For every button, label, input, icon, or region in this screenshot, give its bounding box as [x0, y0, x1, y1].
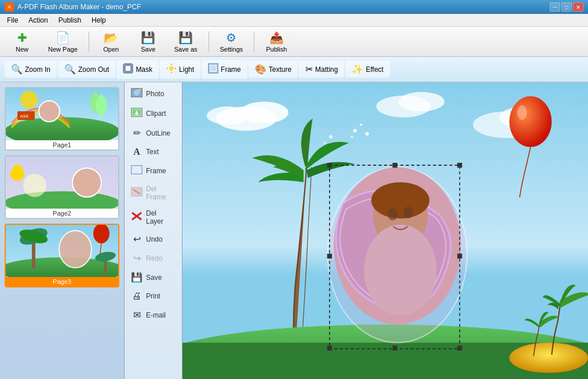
menu-help[interactable]: Help	[87, 15, 111, 25]
svg-rect-40	[133, 167, 140, 173]
page2-label: Page2	[6, 209, 118, 218]
menu-action[interactable]: Action	[24, 15, 52, 25]
redo-icon: ↪	[131, 253, 143, 264]
svg-point-64	[509, 342, 588, 373]
menu-file[interactable]: File	[2, 15, 23, 25]
toolbar-sep1	[89, 31, 89, 52]
frame-tool[interactable]: Frame	[127, 162, 180, 180]
canvas-area[interactable]	[182, 82, 588, 379]
undo-icon: ↩	[131, 234, 143, 245]
publish-button[interactable]: 📤 Publish	[259, 28, 294, 56]
settings-button[interactable]: ⚙ Settings	[214, 28, 250, 56]
svg-point-20	[72, 168, 101, 197]
print-tool[interactable]: 🖨 Print	[127, 287, 180, 305]
effect-tab[interactable]: ✨ Effect	[345, 61, 389, 78]
svg-point-55	[360, 123, 362, 126]
title-bar: A A-PDF Flash Album Maker - demo_PCF ─ □…	[0, 0, 588, 14]
svg-point-58	[323, 141, 326, 144]
svg-rect-75	[457, 163, 462, 167]
del-layer-icon	[131, 212, 143, 223]
canvas-background	[182, 82, 588, 379]
page1-label: Page1	[6, 140, 118, 150]
app-title: A-PDF Flash Album Maker - demo_PCF	[17, 3, 141, 11]
minimize-button[interactable]: ─	[550, 2, 560, 12]
matting-icon: ✂	[305, 64, 313, 75]
print-icon: 🖨	[131, 291, 143, 301]
svg-point-18	[23, 174, 46, 197]
effect-icon: ✨	[352, 64, 363, 75]
svg-point-69	[371, 182, 429, 218]
tool-tabs-bar: 🔍 Zoom In 🔍 Zoom Out Mask Light Frame 🎨 …	[0, 57, 588, 82]
zoom-in-icon: 🔍	[11, 64, 23, 75]
svg-point-60	[509, 96, 552, 147]
svg-rect-74	[393, 163, 397, 167]
close-button[interactable]: ✕	[573, 2, 583, 12]
svg-point-35	[138, 89, 141, 91]
texture-icon: 🎨	[255, 64, 266, 75]
save-tool[interactable]: 💾 Save	[127, 268, 180, 286]
del-frame-tool: Del Frame	[127, 181, 180, 205]
maximize-button[interactable]: □	[561, 2, 572, 12]
svg-point-2	[169, 66, 174, 71]
frame-tab[interactable]: Frame	[202, 60, 247, 79]
zoom-out-tab[interactable]: 🔍 Zoom Out	[58, 61, 115, 78]
pages-sidebar: ASA Page1	[0, 82, 125, 379]
mask-tab[interactable]: Mask	[116, 60, 159, 79]
del-layer-tool[interactable]: Del Layer	[127, 206, 180, 229]
texture-tab[interactable]: 🎨 Texture	[249, 61, 298, 78]
photo-tool[interactable]: Photo	[127, 85, 180, 103]
menu-bar: File Action Publish Help	[0, 14, 588, 27]
svg-point-61	[517, 105, 527, 120]
matting-tab[interactable]: ✂ Matting	[299, 61, 344, 78]
save-icon-tool: 💾	[131, 272, 143, 283]
clipart-icon	[131, 108, 143, 119]
save-as-button[interactable]: 💾 Save as	[168, 28, 204, 56]
svg-point-57	[350, 136, 353, 138]
zoom-out-icon: 🔍	[64, 64, 76, 75]
svg-point-68	[364, 225, 436, 316]
svg-rect-73	[327, 163, 332, 167]
svg-rect-80	[457, 346, 462, 351]
frame-icon-tool	[131, 165, 143, 177]
zoom-in-tab[interactable]: 🔍 Zoom In	[5, 61, 57, 78]
mask-icon	[123, 63, 133, 76]
new-button[interactable]: ✚ New	[5, 28, 39, 56]
svg-point-51	[399, 92, 444, 111]
new-page-button[interactable]: 📄 New Page	[42, 28, 84, 56]
menu-publish[interactable]: Publish	[54, 15, 86, 25]
light-tab[interactable]: Light	[160, 60, 200, 79]
svg-rect-78	[327, 346, 332, 351]
tools-sidebar: Photo Clipart ✏ OutLine A Text Frame	[125, 82, 182, 379]
del-frame-icon	[131, 187, 143, 199]
text-tool[interactable]: A Text	[127, 143, 180, 161]
svg-point-71	[403, 206, 413, 218]
email-tool[interactable]: ✉ E-mail	[127, 306, 180, 324]
page3-label: Page3	[6, 277, 118, 286]
main-content: ASA Page1	[0, 82, 588, 379]
page3-thumb[interactable]: Page3	[5, 224, 119, 287]
outline-icon: ✏	[131, 127, 143, 139]
svg-rect-1	[125, 65, 131, 71]
open-button[interactable]: 📂 Open	[94, 28, 129, 56]
svg-point-11	[20, 91, 38, 108]
svg-rect-76	[327, 254, 332, 258]
svg-rect-77	[457, 254, 462, 258]
app-icon: A	[5, 2, 14, 12]
save-button[interactable]: 💾 Save	[131, 28, 166, 56]
svg-point-56	[366, 132, 369, 136]
undo-tool[interactable]: ↩ Undo	[127, 230, 180, 248]
svg-point-30	[59, 231, 92, 268]
svg-point-22	[13, 165, 22, 174]
clipart-tool[interactable]: Clipart	[127, 104, 180, 123]
svg-text:ASA: ASA	[20, 114, 28, 118]
email-icon: ✉	[131, 309, 143, 320]
page1-thumb[interactable]: ASA Page1	[5, 87, 119, 151]
text-icon: A	[131, 147, 143, 157]
page2-thumb[interactable]: Page2	[5, 155, 119, 219]
main-toolbar: ✚ New 📄 New Page 📂 Open 💾 Save 💾 Save as…	[0, 27, 588, 57]
outline-tool[interactable]: ✏ OutLine	[127, 124, 180, 142]
svg-rect-79	[393, 346, 397, 351]
toolbar-sep3	[254, 31, 254, 52]
svg-point-59	[329, 135, 333, 139]
redo-tool: ↪ Redo	[127, 249, 180, 267]
